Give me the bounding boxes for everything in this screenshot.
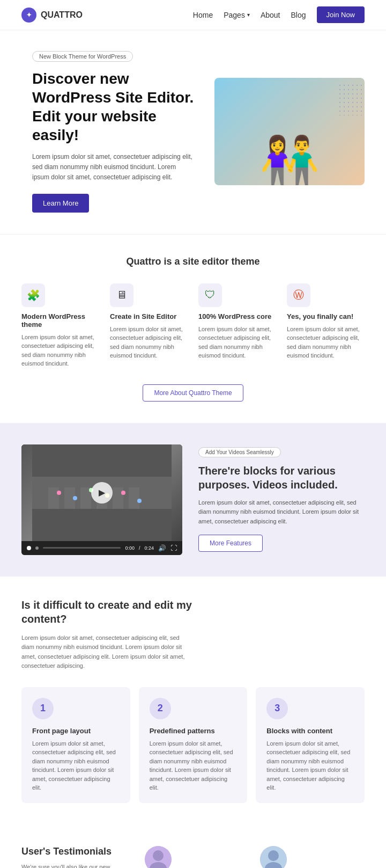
feature-desc-2: Lorem ipsum dolor sit amet, consectetuer…: [110, 325, 188, 360]
video-box: ▶ 0:00 / 0:24 🔊 ⛶: [21, 444, 182, 555]
testimonials-description: We're sure you'll also like our new Quat…: [21, 863, 129, 868]
step-title-1: Front page layout: [32, 727, 120, 735]
feature-title-1: Modern WordPress theme: [21, 312, 99, 329]
learn-more-button[interactable]: Learn More: [32, 194, 89, 213]
step-title-2: Predefined patterns: [150, 727, 237, 735]
edit-heading: Is it difficult to create and edit my co…: [21, 598, 193, 626]
edit-section: Is it difficult to create and edit my co…: [0, 577, 386, 825]
step-card-2: 2 Predefined patterns Lorem ipsum dolor …: [139, 687, 248, 803]
join-now-button[interactable]: Join Now: [317, 6, 365, 23]
video-volume-icon[interactable]: 🔊: [158, 544, 166, 552]
testimonial-card-1: "I can create layout for my WordPress si…: [145, 846, 249, 868]
hero-text: New Block Theme for WordPress Discover n…: [32, 51, 204, 213]
play-button[interactable]: ▶: [91, 482, 113, 504]
feature-title-4: Yes, you finally can!: [287, 312, 365, 320]
video-controls: 0:00 / 0:24 🔊 ⛶: [21, 541, 182, 555]
main-nav: ✦ QUATTRO Home Pages About Blog Join Now: [0, 0, 386, 30]
testimonials-cards: "I can create layout for my WordPress si…: [145, 846, 365, 868]
feature-desc-1: Lorem ipsum dolor sit amet, consectetuer…: [21, 333, 99, 368]
svg-point-18: [268, 850, 279, 861]
nav-pages[interactable]: Pages: [224, 11, 250, 19]
testimonial-card-2: "I can use the Site Editor not just for …: [260, 846, 365, 868]
hero-heading: Discover new WordPress Site Editor. Edit…: [32, 69, 204, 144]
feature-desc-4: Lorem ipsum dolor sit amet, consectetuer…: [287, 325, 365, 360]
steps-grid: 1 Front page layout Lorem ipsum dolor si…: [21, 687, 365, 803]
hero-section: New Block Theme for WordPress Discover n…: [0, 30, 386, 234]
edit-description: Lorem ipsum dolor sit amet, consectetuer…: [21, 633, 193, 671]
more-about-button[interactable]: More About Quattro Theme: [143, 384, 243, 402]
svg-rect-7: [129, 487, 139, 509]
svg-point-13: [137, 499, 142, 503]
features-heading: Quattro is a site editor theme: [21, 256, 365, 267]
feature-icon-2: 🖥: [110, 283, 133, 307]
step-desc-3: Lorem ipsum dolor sit amet, consectetuer…: [266, 739, 354, 792]
nav-home[interactable]: Home: [193, 11, 213, 19]
step-desc-2: Lorem ipsum dolor sit amet, consectetuer…: [150, 739, 237, 792]
feature-title-3: 100% WordPress core: [198, 312, 276, 320]
hero-image: 👫: [214, 78, 365, 185]
step-number-1: 1: [32, 698, 54, 719]
testimonials-heading: User's Testimonials: [21, 846, 129, 857]
testimonials-section: User's Testimonials We're sure you'll al…: [0, 825, 386, 868]
video-divider: /: [139, 545, 140, 551]
feature-item-1: 🧩 Modern WordPress theme Lorem ipsum dol…: [21, 283, 99, 368]
svg-rect-6: [113, 487, 123, 509]
video-fullscreen-icon[interactable]: ⛶: [170, 544, 177, 552]
nav-links: Home Pages About Blog Join Now: [193, 6, 365, 23]
feature-item-2: 🖥 Create in Site Editor Lorem ipsum dolo…: [110, 283, 188, 368]
features-grid: 🧩 Modern WordPress theme Lorem ipsum dol…: [21, 283, 365, 368]
video-description: Lorem ipsum dolor sit amet, consectetuer…: [198, 498, 365, 527]
svg-point-8: [57, 491, 61, 495]
svg-point-15: [153, 850, 164, 861]
step-title-3: Blocks with content: [266, 727, 354, 735]
svg-point-12: [121, 491, 125, 495]
more-features-button[interactable]: More Features: [198, 535, 263, 552]
feature-icon-3: 🛡: [198, 283, 222, 307]
features-section: Quattro is a site editor theme 🧩 Modern …: [0, 235, 386, 423]
feature-desc-3: Lorem ipsum dolor sit amet, consectetuer…: [198, 325, 276, 360]
video-player: ▶ 0:00 / 0:24 🔊 ⛶: [21, 444, 182, 555]
video-time: 0:00: [125, 545, 135, 551]
svg-point-9: [73, 496, 77, 500]
step-card-3: 3 Blocks with content Lorem ipsum dolor …: [256, 687, 365, 803]
nav-about[interactable]: About: [261, 11, 280, 19]
hero-badge: New Block Theme for WordPress: [32, 51, 133, 62]
hero-people-illustration: 👫: [259, 137, 320, 185]
feature-icon-1: 🧩: [21, 283, 45, 307]
feature-title-2: Create in Site Editor: [110, 312, 188, 320]
logo-text: QUATTRO: [41, 10, 83, 20]
step-number-3: 3: [266, 698, 288, 719]
video-section: ▶ 0:00 / 0:24 🔊 ⛶ Add Your Videos Seamle…: [0, 423, 386, 577]
video-badge: Add Your Videos Seamlessly: [198, 447, 281, 457]
step-desc-1: Lorem ipsum dolor sit amet, consectetuer…: [32, 739, 120, 792]
video-text: Add Your Videos Seamlessly There're bloc…: [198, 447, 365, 552]
video-heading: There're blocks for various purposes. Vi…: [198, 464, 365, 492]
feature-item-3: 🛡 100% WordPress core Lorem ipsum dolor …: [198, 283, 276, 368]
hero-description: Lorem ipsum dolor sit amet, consectetuer…: [32, 152, 193, 183]
logo[interactable]: ✦ QUATTRO: [21, 8, 83, 23]
testimonials-left: User's Testimonials We're sure you'll al…: [21, 846, 129, 868]
video-duration: 0:24: [144, 545, 154, 551]
svg-rect-2: [48, 487, 59, 509]
nav-blog[interactable]: Blog: [291, 11, 306, 19]
video-dot-2: [35, 546, 39, 550]
avatar-2: [260, 846, 287, 868]
video-play-dot[interactable]: [27, 546, 31, 550]
step-card-1: 1 Front page layout Lorem ipsum dolor si…: [21, 687, 130, 803]
avatar-1: [145, 846, 172, 868]
feature-icon-4: Ⓦ: [287, 283, 310, 307]
step-number-2: 2: [150, 698, 171, 719]
video-thumbnail[interactable]: ▶: [21, 444, 182, 541]
feature-item-4: Ⓦ Yes, you finally can! Lorem ipsum dolo…: [287, 283, 365, 368]
logo-icon: ✦: [21, 8, 36, 23]
video-progress-bar[interactable]: [43, 547, 121, 549]
hero-dots-decoration: [338, 83, 365, 115]
